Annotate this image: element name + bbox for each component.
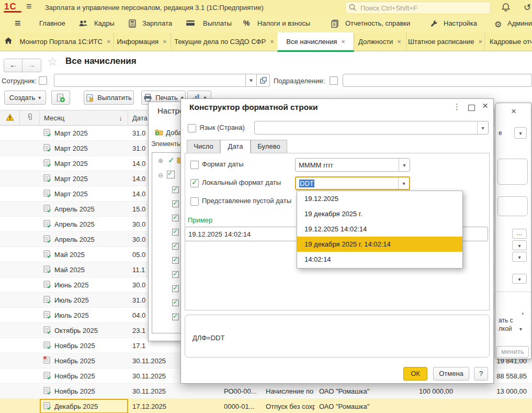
menu-administration[interactable]: Администрирование bbox=[507, 19, 532, 27]
tab-close-icon[interactable]: × bbox=[341, 38, 345, 46]
tree-item-checkbox[interactable] bbox=[172, 257, 179, 264]
empty-date-checkbox[interactable] bbox=[190, 197, 199, 206]
tab-boolean[interactable]: Булево bbox=[251, 140, 287, 153]
payout-button[interactable]: Выплатить bbox=[84, 91, 134, 105]
notifications-bell-icon[interactable] bbox=[501, 2, 511, 14]
tab-close-icon[interactable]: × bbox=[107, 38, 111, 46]
tree-checkbox[interactable] bbox=[167, 171, 175, 178]
chevron-down-icon[interactable]: ▾ bbox=[519, 326, 522, 332]
global-search[interactable] bbox=[345, 2, 491, 14]
employee-open-button[interactable] bbox=[257, 74, 270, 87]
menu-salary[interactable]: Зарплата bbox=[142, 19, 172, 27]
dropdown-item[interactable]: 19 декабря 2025 г. 14:02:14 bbox=[297, 237, 462, 252]
dropdown-button[interactable]: ▾ bbox=[398, 177, 409, 189]
menu-taxes[interactable]: Налоги и взносы bbox=[257, 19, 310, 27]
document-status-icon bbox=[43, 128, 51, 138]
history-icon[interactable]: ↺ bbox=[524, 2, 531, 13]
tab-close-icon[interactable]: × bbox=[270, 38, 274, 46]
warning-column-header[interactable] bbox=[0, 110, 20, 125]
tab-its-monitor[interactable]: Монитор Портала 1С:ИТС× bbox=[17, 32, 114, 50]
language-checkbox[interactable] bbox=[188, 124, 196, 132]
cancel-button[interactable]: Отмена bbox=[433, 367, 469, 381]
tab-date[interactable]: Дата bbox=[220, 140, 251, 153]
tree-item-checkbox[interactable] bbox=[172, 271, 179, 278]
date-format-checkbox[interactable] bbox=[190, 161, 199, 169]
help-button[interactable]: ? bbox=[474, 367, 488, 381]
menu-main[interactable]: Главное bbox=[39, 19, 65, 27]
employee-filter-input[interactable] bbox=[54, 74, 246, 87]
more-button[interactable]: ... bbox=[512, 229, 527, 239]
menu-settings[interactable]: Настройка bbox=[444, 19, 477, 27]
attachment-column-header[interactable] bbox=[20, 110, 40, 125]
close-icon[interactable]: × bbox=[482, 100, 488, 111]
date-format-combo[interactable]: ММММ гггг▾ bbox=[295, 158, 410, 172]
menu-payments[interactable]: Выплаты bbox=[203, 19, 232, 27]
maximize-icon[interactable] bbox=[468, 105, 475, 111]
tree-item-checkbox[interactable] bbox=[172, 186, 179, 193]
search-input[interactable] bbox=[359, 3, 487, 13]
tree-item-checkbox[interactable] bbox=[172, 215, 179, 221]
dropdown-button[interactable]: ▾ bbox=[514, 127, 527, 139]
dropdown-item[interactable]: 14:02:14 bbox=[297, 252, 462, 267]
department-input[interactable] bbox=[343, 74, 532, 87]
local-format-combo[interactable]: DDT▾ bbox=[295, 176, 410, 190]
ok-button[interactable]: ОК bbox=[403, 367, 427, 381]
month-column-header[interactable]: Месяц↓ bbox=[40, 110, 128, 125]
result-box[interactable]: ДЛФ=DDT bbox=[185, 315, 490, 358]
table-row[interactable]: Декабрь 2025 17.12.2025 0000-01... Отпус… bbox=[0, 399, 532, 413]
dropdown-button[interactable]: ▾ bbox=[399, 159, 410, 171]
dropdown-button[interactable]: ▾ bbox=[477, 121, 488, 134]
department-filter-input[interactable] bbox=[343, 74, 532, 87]
chevron-down-icon: ▾ bbox=[38, 95, 41, 101]
new-document-button[interactable] bbox=[51, 91, 70, 105]
tree-item-checkbox[interactable] bbox=[172, 299, 179, 306]
tree-item-checkbox[interactable] bbox=[172, 285, 179, 292]
number-value: РО00-00... bbox=[220, 384, 263, 398]
tab-all-accruals[interactable]: Все начисления× bbox=[277, 32, 354, 52]
sections-hamburger-icon[interactable]: ≡ bbox=[15, 17, 21, 29]
create-button[interactable]: Создать▾ bbox=[4, 91, 46, 105]
menu-hr[interactable]: Кадры bbox=[94, 19, 115, 27]
table-row[interactable]: Ноябрь 2025 30.11.2025 РО00-00... Начисл… bbox=[0, 384, 532, 399]
favorite-star-icon[interactable]: ☆ bbox=[48, 55, 58, 68]
local-format-checkbox[interactable] bbox=[190, 179, 199, 187]
tree-item-checkbox[interactable] bbox=[172, 314, 179, 320]
collapse-icon[interactable]: ⊖ bbox=[158, 172, 163, 179]
dropdown-item[interactable]: 19 декабря 2025 г. bbox=[297, 206, 462, 221]
dropdown-button[interactable]: ▾ bbox=[512, 240, 527, 250]
reports-docs-icon bbox=[331, 19, 339, 29]
dropdown-item[interactable]: 19.12.2025 14:02:14 bbox=[297, 221, 462, 237]
tab-staffing[interactable]: Штатное расписание× bbox=[405, 32, 485, 50]
tab-close-icon[interactable]: × bbox=[397, 38, 401, 46]
forward-button[interactable]: → bbox=[22, 59, 41, 72]
attachment-cell bbox=[20, 338, 40, 353]
employee-input[interactable] bbox=[54, 74, 247, 87]
1c-logo-swoosh bbox=[4, 11, 21, 13]
spin-up-icon[interactable]: ▴ bbox=[522, 310, 524, 316]
employee-dropdown-button[interactable]: ▾ bbox=[246, 74, 257, 87]
expand-icon[interactable]: ⊕ bbox=[158, 157, 163, 164]
tab-close-icon[interactable]: × bbox=[163, 38, 167, 46]
tab-hr-reports[interactable]: Кадровые отчеты bbox=[484, 32, 532, 50]
dropdown-button[interactable]: ▾ bbox=[512, 274, 527, 284]
tab-information[interactable]: Информация× bbox=[112, 32, 171, 50]
dropdown-button[interactable]: ▾ bbox=[512, 252, 527, 262]
department-filter-checkbox[interactable] bbox=[330, 76, 338, 85]
tab-sedo[interactable]: Текущие дела по СЭДО СФР× bbox=[170, 32, 278, 50]
apply-button[interactable]: менить bbox=[496, 346, 529, 358]
tree-item-checkbox[interactable] bbox=[172, 229, 179, 236]
tab-close-icon[interactable]: × bbox=[478, 38, 482, 46]
main-menu-icon[interactable]: ≡ bbox=[26, 1, 32, 12]
tree-item-checkbox[interactable] bbox=[172, 200, 179, 207]
tab-positions[interactable]: Должности× bbox=[353, 32, 406, 50]
dropdown-item[interactable]: 19.12.2025 bbox=[297, 191, 462, 206]
tree-item-checkbox[interactable] bbox=[172, 243, 179, 250]
close-icon[interactable]: × bbox=[511, 106, 516, 117]
language-combo[interactable]: ▾ bbox=[254, 121, 489, 135]
employee-filter-checkbox[interactable] bbox=[39, 76, 47, 85]
tab-number[interactable]: Число bbox=[187, 140, 220, 153]
back-button[interactable]: ← bbox=[4, 59, 23, 72]
tab-home[interactable] bbox=[0, 32, 17, 50]
menu-reporting[interactable]: Отчетность, справки bbox=[345, 19, 410, 27]
kebab-menu-icon[interactable]: ⋮ bbox=[453, 102, 461, 111]
